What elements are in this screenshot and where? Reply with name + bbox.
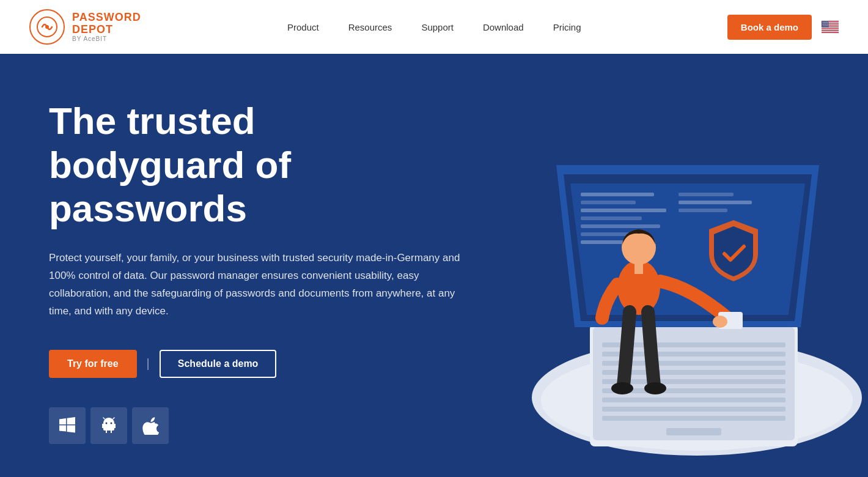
svg-point-21 xyxy=(822,23,823,23)
hero-title: The trusted bodyguard of passwords xyxy=(49,99,477,230)
svg-point-37 xyxy=(828,24,829,25)
svg-point-35 xyxy=(826,24,826,25)
svg-point-33 xyxy=(823,24,824,25)
svg-rect-76 xyxy=(679,201,752,204)
nav-item-pricing[interactable]: Pricing xyxy=(541,0,594,54)
svg-point-23 xyxy=(825,23,825,23)
svg-point-15 xyxy=(828,21,829,22)
svg-point-45 xyxy=(825,26,825,27)
nav-item-download[interactable]: Download xyxy=(471,0,536,54)
svg-point-34 xyxy=(825,24,825,25)
svg-rect-61 xyxy=(602,398,785,402)
try-free-button[interactable]: Try for free xyxy=(49,350,137,378)
svg-point-82 xyxy=(644,382,666,394)
nav-right: Book a demo xyxy=(727,15,839,40)
svg-point-12 xyxy=(825,21,825,22)
svg-point-14 xyxy=(827,21,828,22)
svg-point-50 xyxy=(111,422,112,424)
svg-point-41 xyxy=(826,25,827,26)
svg-point-32 xyxy=(822,24,823,25)
svg-point-16 xyxy=(823,22,823,23)
hero-description: Protect yourself, your family, or your b… xyxy=(49,250,477,320)
platform-icons xyxy=(49,407,477,444)
language-flag-icon[interactable] xyxy=(822,21,839,33)
svg-point-81 xyxy=(611,382,633,394)
logo-title: PASSWORDDEPOT xyxy=(72,12,141,36)
svg-point-11 xyxy=(823,21,824,22)
svg-point-25 xyxy=(827,23,828,23)
svg-point-19 xyxy=(826,22,827,23)
svg-point-44 xyxy=(823,26,824,27)
svg-rect-63 xyxy=(602,416,785,421)
nav-links: Product Resources Support Download Prici… xyxy=(275,0,594,54)
svg-rect-69 xyxy=(581,201,636,204)
svg-rect-64 xyxy=(666,428,721,435)
svg-point-39 xyxy=(824,25,825,26)
svg-point-26 xyxy=(828,23,829,23)
svg-point-48 xyxy=(828,26,829,27)
svg-rect-73 xyxy=(581,232,630,236)
android-platform-icon[interactable] xyxy=(90,407,127,444)
svg-point-22 xyxy=(823,23,824,23)
svg-point-13 xyxy=(826,21,826,22)
svg-point-84 xyxy=(713,316,727,328)
svg-rect-71 xyxy=(581,216,642,220)
apple-platform-icon[interactable] xyxy=(132,407,169,444)
hero-content: The trusted bodyguard of passwords Prote… xyxy=(0,54,526,477)
windows-platform-icon[interactable] xyxy=(49,407,86,444)
svg-point-28 xyxy=(824,24,825,24)
svg-rect-77 xyxy=(679,209,727,212)
book-demo-button[interactable]: Book a demo xyxy=(727,15,812,40)
svg-rect-72 xyxy=(581,224,660,228)
svg-rect-8 xyxy=(822,31,839,32)
logo-text: PASSWORDDEPOT BY AceBIT xyxy=(72,12,141,43)
svg-point-24 xyxy=(826,23,826,23)
svg-rect-6 xyxy=(822,28,839,29)
svg-rect-80 xyxy=(634,263,643,274)
logo-subtitle: BY AceBIT xyxy=(72,35,141,42)
svg-rect-7 xyxy=(822,29,839,31)
logo[interactable]: PASSWORDDEPOT BY AceBIT xyxy=(29,9,141,45)
svg-rect-62 xyxy=(602,407,785,412)
svg-point-20 xyxy=(828,22,828,23)
svg-point-49 xyxy=(106,422,108,424)
nav-item-support[interactable]: Support xyxy=(409,0,466,54)
hero-illustration xyxy=(501,98,868,477)
logo-icon xyxy=(29,9,65,45)
svg-point-43 xyxy=(822,26,823,27)
svg-point-30 xyxy=(826,24,827,24)
svg-point-47 xyxy=(827,26,828,27)
svg-point-1 xyxy=(45,25,49,29)
svg-point-18 xyxy=(825,22,826,23)
schedule-demo-button[interactable]: Schedule a demo xyxy=(160,350,277,378)
navbar: PASSWORDDEPOT BY AceBIT Product Resource… xyxy=(0,0,868,54)
svg-rect-70 xyxy=(581,209,666,212)
svg-point-40 xyxy=(825,25,826,26)
svg-point-31 xyxy=(828,24,828,24)
hero-buttons: Try for free | Schedule a demo xyxy=(49,350,477,378)
button-divider: | xyxy=(147,357,150,371)
svg-point-10 xyxy=(822,21,823,22)
svg-point-29 xyxy=(825,24,826,24)
svg-point-17 xyxy=(824,22,825,23)
nav-item-product[interactable]: Product xyxy=(275,0,331,54)
nav-item-resources[interactable]: Resources xyxy=(336,0,405,54)
svg-point-36 xyxy=(827,24,828,25)
svg-rect-68 xyxy=(581,193,654,196)
svg-rect-75 xyxy=(679,193,734,196)
svg-point-38 xyxy=(823,25,823,26)
hero-section: The trusted bodyguard of passwords Prote… xyxy=(0,54,868,477)
svg-point-27 xyxy=(823,24,823,24)
svg-point-42 xyxy=(828,25,828,26)
svg-point-46 xyxy=(826,26,826,27)
